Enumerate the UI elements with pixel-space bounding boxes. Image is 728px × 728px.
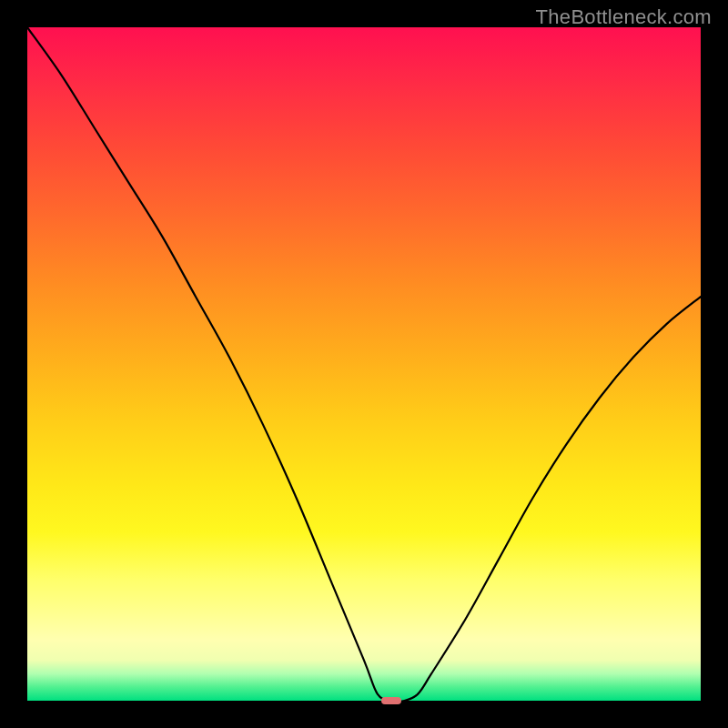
plot-area (27, 27, 701, 701)
watermark-text: TheBottleneck.com (536, 5, 712, 29)
chart-container: TheBottleneck.com (0, 0, 728, 728)
optimal-point-marker (381, 697, 401, 705)
bottleneck-curve (27, 27, 701, 701)
